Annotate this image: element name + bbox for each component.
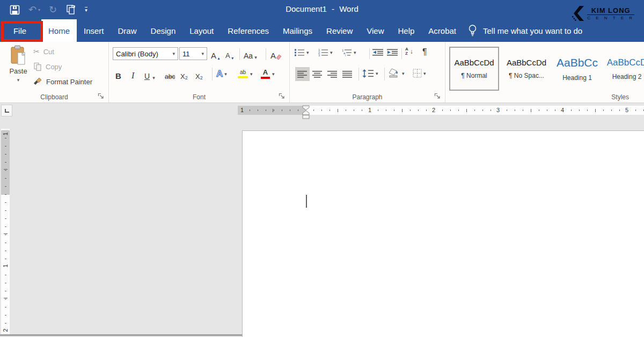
tab-layout[interactable]: Layout [185,19,218,42]
tab-insert[interactable]: Insert [79,19,108,42]
numbering-button[interactable]: 123 ▾ [318,48,333,56]
brand-text: KIM LONG C E N T E R [587,7,634,20]
lightbulb-icon [468,24,477,37]
decrease-indent-button[interactable] [372,49,384,56]
half-inch-tick [273,109,273,112]
tab-home[interactable]: Home [41,19,77,42]
left-tab-icon [5,109,9,113]
style-heading1[interactable]: AaBbCc Heading 1 [554,47,601,91]
font-dialog-launcher[interactable] [279,93,286,100]
decrease-indent-icon [372,49,384,56]
format-painter-label: Format Painter [46,78,92,86]
tab-design[interactable]: Design [147,19,180,42]
paste-button[interactable]: Paste ▾ [4,45,32,94]
align-left-button[interactable] [295,67,310,81]
paragraph-group: ▾ 123 ▾ 1 a i ▾ [290,42,445,102]
shading-button[interactable]: ▾ [388,68,405,78]
tab-stop-selector[interactable] [1,105,12,116]
superscript-button[interactable]: X2 [195,68,203,80]
borders-button[interactable]: ▾ [413,69,426,78]
font-name-value: Calibri (Body) [116,50,158,58]
subscript-button[interactable]: X2 [180,68,188,80]
bold-button[interactable]: B [115,68,121,80]
multilevel-list-icon: 1 a i [341,48,352,56]
increase-indent-button[interactable] [387,49,398,56]
paragraph-dialog-launcher[interactable] [434,93,442,100]
underline-icon: U [144,72,150,80]
brand-chevron-icon [572,6,584,21]
font-size-combo[interactable]: 11 ▾ [179,47,207,60]
tab-mailings[interactable]: Mailings [279,19,317,42]
font-group-label: Font [109,93,289,101]
text-highlight-button[interactable]: ab ▾ [238,68,253,80]
cut-button[interactable]: ✂ Cut [33,47,54,56]
format-painter-button[interactable]: Format Painter [33,77,92,86]
tab-help[interactable]: Help [393,19,419,42]
numbering-icon: 123 [318,48,328,56]
strikethrough-button[interactable]: abc [165,68,175,80]
font-size-dropdown-icon[interactable]: ▾ [199,51,204,56]
ribbon: Paste ▾ ✂ Cut Copy Format Painter [0,42,644,103]
horizontal-ruler-margin[interactable]: 1 [238,106,306,115]
multilevel-list-button[interactable]: 1 a i ▾ [341,48,356,56]
copy-label: Copy [46,63,62,71]
line-spacing-button[interactable]: ▾ [362,69,378,78]
tab-references[interactable]: References [223,19,273,42]
style-heading2[interactable]: AaBbCcD Heading 2 [603,47,644,91]
underline-dropdown-icon[interactable]: ▾ [152,75,155,80]
tab-review[interactable]: Review [322,19,357,42]
justify-button[interactable] [340,67,355,81]
svg-text:3: 3 [318,54,320,56]
shading-bucket-icon [388,68,400,78]
italic-button[interactable]: I [131,68,134,80]
format-painter-icon [33,77,42,86]
brand-line1: KIM LONG [587,7,634,14]
copy-button[interactable]: Copy [33,62,62,71]
tab-file[interactable]: File [1,19,39,42]
title-bar: ↶ ▾ ↻ ▾ Document1 - Word [0,0,644,19]
font-name-combo[interactable]: Calibri (Body) ▾ [113,47,178,60]
font-name-dropdown-icon[interactable]: ▾ [170,51,175,56]
half-inch-tick [466,109,467,112]
font-color-button[interactable]: A ▾ [261,68,275,80]
bullets-icon [294,48,305,56]
document-page[interactable] [242,130,644,337]
text-effects-icon: A [216,69,223,79]
change-case-icon: Aa [244,52,253,60]
horizontal-ruler[interactable]: 1 2 3 4 5 [306,106,644,115]
tab-acrobat[interactable]: Acrobat [424,19,460,42]
grow-font-button[interactable]: A▲ [211,48,221,60]
text-highlight-icon: ab [238,70,248,78]
shrink-font-button[interactable]: A▼ [225,48,235,60]
text-effects-button[interactable]: A ▾ [216,68,227,80]
tab-draw[interactable]: Draw [114,19,141,42]
justify-icon [342,71,353,78]
style-no-spacing[interactable]: AaBbCcDd ¶ No Spac... [502,47,551,91]
half-inch-tick [338,109,338,112]
half-inch-tick [402,109,402,112]
left-indent-marker[interactable] [302,115,310,119]
half-inch-tick [595,109,596,112]
brand-line2: C E N T E R [587,14,634,20]
show-hide-pilcrow-button[interactable]: ¶ [422,47,427,57]
change-case-button[interactable]: Aa ▾ [244,48,257,60]
clipboard-dialog-launcher[interactable] [98,93,105,100]
half-inch-tick [4,169,8,170]
clear-formatting-button[interactable]: A [270,48,282,60]
underline-button[interactable]: U ▾ [144,68,155,80]
align-left-icon [297,71,308,78]
tell-me-box[interactable]: Tell me what you want to do [468,19,582,42]
align-center-button[interactable] [310,67,325,81]
font-size-value: 11 [182,50,190,58]
tab-view[interactable]: View [362,19,388,42]
bullets-button[interactable]: ▾ [294,48,309,56]
sort-icon: A Z [405,47,408,56]
document-area: 1 1 2 [0,122,644,336]
vertical-ruler[interactable]: 1 1 2 [1,129,10,336]
copy-icon [33,62,42,71]
line-spacing-icon [362,69,374,78]
sort-button[interactable]: A Z ↓ [405,47,413,56]
paste-dropdown-icon[interactable]: ▾ [17,77,20,83]
style-normal[interactable]: AaBbCcDd ¶ Normal [449,47,499,91]
align-right-button[interactable] [325,67,340,81]
